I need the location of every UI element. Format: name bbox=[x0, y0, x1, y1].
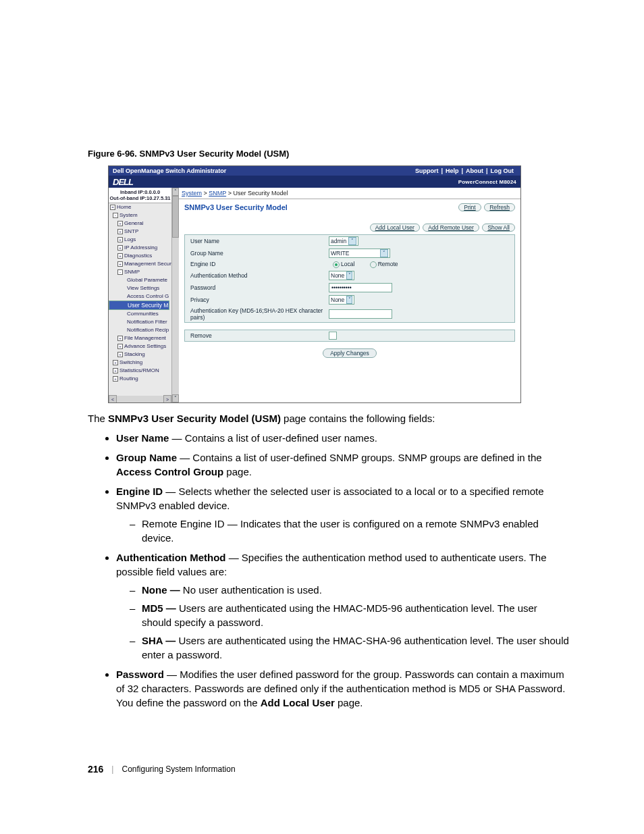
tree-switching[interactable]: +Switching bbox=[109, 359, 171, 367]
page-number: 216 bbox=[88, 764, 103, 775]
tree-home[interactable]: =Home bbox=[109, 203, 171, 211]
tree-file-mgmt[interactable]: +File Management bbox=[109, 334, 171, 342]
page-footer: 216 | Configuring System Information bbox=[88, 764, 570, 775]
form-remove: Remove bbox=[184, 330, 515, 342]
form-main: User Name admin˅ Group Name WRITE˅ bbox=[184, 234, 515, 323]
auth-method-select[interactable]: None˅ bbox=[329, 271, 354, 280]
chevron-down-icon: ˅ bbox=[380, 249, 388, 257]
breadcrumb-snmp[interactable]: SNMP bbox=[209, 190, 226, 197]
scroll-thumb[interactable] bbox=[172, 196, 179, 238]
sub-auth-sha: SHA — Users are authenticated using the … bbox=[142, 633, 570, 662]
tree-logs[interactable]: +Logs bbox=[109, 236, 171, 244]
user-name-label: User Name bbox=[190, 238, 329, 244]
bullet-password: Password — Modifies the user defined pas… bbox=[116, 667, 570, 710]
tree-ip-addressing[interactable]: +IP Addressing bbox=[109, 244, 171, 252]
app-title: Dell OpenManage Switch Administrator bbox=[113, 167, 226, 174]
remove-label: Remove bbox=[190, 332, 329, 339]
ip-info: Inband IP:0.0.0.0 Out-of-band IP:10.27.5… bbox=[109, 188, 171, 203]
sidebar-hscroll[interactable]: < > bbox=[109, 396, 171, 402]
breadcrumb-system[interactable]: System bbox=[182, 190, 202, 197]
auth-method-label: Authentication Method bbox=[190, 272, 329, 279]
sidebar-vscroll[interactable]: ˄ ˅ bbox=[172, 188, 179, 402]
scroll-left-icon[interactable]: < bbox=[109, 395, 117, 403]
help-link[interactable]: Help bbox=[446, 167, 459, 174]
dell-logo: DELL bbox=[113, 177, 133, 187]
page-title: SNMPv3 User Security Model bbox=[184, 203, 288, 211]
support-link[interactable]: Support bbox=[415, 167, 439, 174]
group-name-select[interactable]: WRITE˅ bbox=[329, 249, 390, 258]
scroll-down-icon[interactable]: ˅ bbox=[172, 394, 179, 402]
tree-system[interactable]: -System bbox=[109, 211, 171, 219]
password-label: Password bbox=[190, 284, 329, 291]
tree-diagnostics[interactable]: +Diagnostics bbox=[109, 252, 171, 260]
tree-advance[interactable]: +Advance Settings bbox=[109, 342, 171, 350]
remove-checkbox[interactable] bbox=[329, 332, 337, 340]
content-area: System > SNMP > User Security Model SNMP… bbox=[179, 188, 520, 402]
device-model: PowerConnect M8024 bbox=[458, 179, 516, 185]
privacy-select[interactable]: None˅ bbox=[329, 295, 354, 305]
tree-stats[interactable]: +Statistics/RMON bbox=[109, 367, 171, 375]
auth-key-label: Authentication Key (MD5-16;SHA-20 HEX ch… bbox=[190, 307, 329, 321]
tree-notif-recip[interactable]: Notification Recip bbox=[109, 326, 171, 334]
engine-id-label: Engine ID bbox=[190, 261, 329, 267]
group-name-label: Group Name bbox=[190, 250, 329, 257]
screenshot: Dell OpenManage Switch Administrator Sup… bbox=[108, 165, 521, 403]
tree-general[interactable]: +General bbox=[109, 219, 171, 228]
about-link[interactable]: About bbox=[466, 167, 483, 174]
bullet-auth-method: Authentication Method — Specifies the au… bbox=[116, 550, 570, 662]
logout-link[interactable]: Log Out bbox=[491, 167, 514, 174]
sidebar: Inband IP:0.0.0.0 Out-of-band IP:10.27.5… bbox=[109, 188, 172, 402]
tree-notif-filter[interactable]: Notification Filter bbox=[109, 318, 171, 326]
sub-auth-md5: MD5 — Users are authenticated using the … bbox=[142, 601, 570, 629]
tree-routing[interactable]: +Routing bbox=[109, 375, 171, 383]
engine-remote-radio[interactable] bbox=[370, 261, 377, 268]
oob-ip: Out-of-band IP:10.27.5.31 bbox=[109, 195, 171, 201]
tree-mgmt-security[interactable]: +Management Secur bbox=[109, 260, 171, 268]
tree-sntp[interactable]: +SNTP bbox=[109, 228, 171, 236]
refresh-button[interactable]: Refresh bbox=[484, 203, 515, 211]
user-name-select[interactable]: admin˅ bbox=[329, 236, 358, 246]
tree-communities[interactable]: Communities bbox=[109, 310, 171, 318]
tree-global-params[interactable]: Global Paramete bbox=[109, 276, 171, 284]
auth-key-input[interactable] bbox=[329, 309, 392, 319]
chevron-down-icon: ˅ bbox=[346, 271, 352, 280]
chevron-down-icon: ˅ bbox=[348, 237, 356, 245]
password-input[interactable]: •••••••••• bbox=[329, 283, 392, 292]
tree-stacking[interactable]: +Stacking bbox=[109, 350, 171, 359]
bullet-engine-id: Engine ID — Selects whether the selected… bbox=[116, 484, 570, 545]
scroll-right-icon[interactable]: > bbox=[163, 395, 171, 403]
bullet-group-name: Group Name — Contains a list of user-def… bbox=[116, 450, 570, 479]
engine-local-radio[interactable] bbox=[333, 261, 340, 268]
apply-changes-button[interactable]: Apply Changes bbox=[323, 348, 377, 358]
add-remote-user-button[interactable]: Add Remote User bbox=[423, 224, 479, 232]
show-all-button[interactable]: Show All bbox=[482, 224, 515, 232]
section-title: Configuring System Information bbox=[122, 764, 235, 774]
scroll-up-icon[interactable]: ˄ bbox=[172, 188, 179, 196]
breadcrumb: System > SNMP > User Security Model bbox=[179, 188, 520, 199]
engine-id-radio-group: Local Remote bbox=[329, 261, 398, 268]
nav-tree[interactable]: =Home -System +General +SNTP +Logs +IP A… bbox=[109, 203, 171, 396]
privacy-label: Privacy bbox=[190, 296, 329, 303]
figure-caption: Figure 6-96. SNMPv3 User Security Model … bbox=[88, 149, 570, 159]
tree-user-security-model[interactable]: User Security M bbox=[109, 301, 169, 310]
print-button[interactable]: Print bbox=[458, 203, 481, 211]
sub-auth-none: None — No user authentication is used. bbox=[142, 583, 570, 597]
tree-view-settings[interactable]: View Settings bbox=[109, 284, 171, 292]
breadcrumb-current: User Security Model bbox=[233, 190, 288, 197]
bullet-user-name: User Name — Contains a list of user-defi… bbox=[116, 431, 570, 445]
brand-bar: DELL PowerConnect M8024 bbox=[109, 176, 520, 188]
add-local-user-button[interactable]: Add Local User bbox=[370, 224, 420, 232]
inband-ip: Inband IP:0.0.0.0 bbox=[109, 189, 171, 195]
tree-access-control[interactable]: Access Control G bbox=[109, 292, 171, 301]
tree-snmp[interactable]: -SNMP bbox=[109, 268, 171, 276]
app-topbar: Dell OpenManage Switch Administrator Sup… bbox=[109, 166, 520, 176]
chevron-down-icon: ˅ bbox=[346, 296, 352, 304]
sub-remote-engine: Remote Engine ID — Indicates that the us… bbox=[142, 517, 570, 545]
intro-text: The SNMPv3 User Security Model (USM) pag… bbox=[88, 411, 570, 425]
